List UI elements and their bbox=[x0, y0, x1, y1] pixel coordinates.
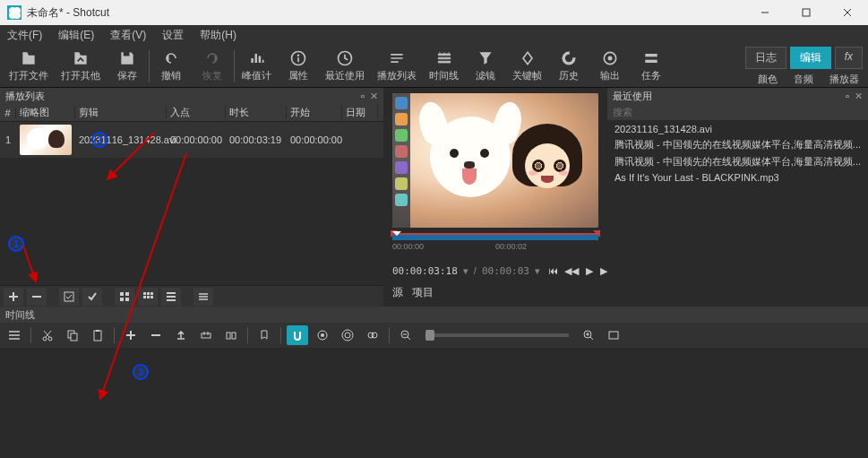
keyframes-button[interactable]: 关键帧 bbox=[509, 48, 546, 84]
timeline-button[interactable]: 时间线 bbox=[425, 48, 462, 84]
tab-log[interactable]: 日志 bbox=[745, 47, 786, 69]
open-file-button[interactable]: 打开文件 bbox=[5, 48, 52, 84]
label-player: 播放器 bbox=[829, 73, 859, 86]
playlist-view-icons-button[interactable] bbox=[138, 288, 158, 306]
main-toolbar: 打开文件 打开其他 保存 撤销 恢复 峰值计 属性 最近使用 播放列表 时间线 … bbox=[0, 45, 868, 88]
recent-panel-close-icon[interactable]: ✕ bbox=[855, 91, 863, 102]
svg-point-40 bbox=[372, 333, 377, 338]
svg-rect-14 bbox=[125, 292, 129, 296]
recent-panel-title: 最近使用 bbox=[613, 90, 652, 103]
svg-rect-34 bbox=[232, 333, 236, 339]
playlist-panel-title: 播放列表 bbox=[5, 90, 45, 103]
ripple-all-button[interactable] bbox=[362, 325, 383, 345]
zoom-in-button[interactable] bbox=[578, 325, 599, 345]
playlist-panel-undock-icon[interactable]: ▫ bbox=[361, 91, 365, 101]
svg-point-36 bbox=[321, 333, 324, 337]
svg-rect-1 bbox=[803, 9, 810, 16]
maximize-button[interactable] bbox=[786, 0, 827, 25]
zoom-fit-button[interactable] bbox=[603, 325, 624, 345]
timeline-tracks[interactable] bbox=[0, 348, 868, 458]
preview-scrubber[interactable]: 00:00:0000:00:02 bbox=[392, 231, 598, 260]
playlist-menu-button[interactable] bbox=[193, 288, 213, 306]
append-button[interactable] bbox=[120, 325, 142, 345]
zoom-slider[interactable] bbox=[425, 333, 569, 337]
playlist-remove-button[interactable] bbox=[27, 288, 47, 306]
playlist-view-tiles-button[interactable] bbox=[115, 288, 134, 306]
overwrite-button[interactable] bbox=[195, 325, 217, 345]
history-button[interactable]: 历史 bbox=[551, 48, 587, 84]
tab-fx[interactable]: fx bbox=[835, 47, 863, 69]
recent-item[interactable]: 腾讯视频 - 中国领先的在线视频媒体平台,海量高清视频... bbox=[607, 136, 868, 153]
svg-point-5 bbox=[297, 54, 300, 56]
current-time[interactable]: 00:00:03:18 bbox=[392, 265, 458, 277]
svg-rect-6 bbox=[297, 57, 299, 62]
svg-point-38 bbox=[342, 330, 353, 341]
tab-edit[interactable]: 编辑 bbox=[790, 47, 831, 69]
playlist-button[interactable]: 播放列表 bbox=[374, 48, 420, 84]
playlist-view-details-button[interactable] bbox=[161, 288, 181, 306]
redo-button[interactable]: 恢复 bbox=[194, 48, 230, 84]
recent-panel-undock-icon[interactable]: ▫ bbox=[846, 91, 849, 101]
play-button[interactable]: ▶ bbox=[581, 264, 597, 278]
playlist-check-button[interactable] bbox=[82, 288, 102, 306]
menu-file[interactable]: 文件(F) bbox=[4, 26, 46, 45]
svg-rect-17 bbox=[143, 292, 146, 295]
close-button[interactable] bbox=[827, 0, 868, 25]
playlist-panel-close-icon[interactable]: ✕ bbox=[370, 91, 378, 102]
minimize-button[interactable] bbox=[744, 0, 786, 25]
lift-button[interactable] bbox=[170, 325, 192, 345]
svg-rect-20 bbox=[143, 296, 146, 298]
playlist-update-button[interactable] bbox=[59, 288, 79, 306]
playlist-row[interactable]: 1 20231116_131428.avi 00:00:00:00 00:00:… bbox=[0, 122, 383, 158]
scrub-button[interactable] bbox=[312, 325, 333, 345]
ripple-delete-button[interactable] bbox=[145, 325, 167, 345]
copy-button[interactable] bbox=[62, 325, 83, 345]
split-button[interactable] bbox=[220, 325, 242, 345]
svg-rect-29 bbox=[71, 333, 77, 341]
menu-settings[interactable]: 设置 bbox=[159, 26, 187, 45]
playlist-add-button[interactable] bbox=[4, 288, 23, 306]
timeline-panel: 时间线 bbox=[0, 307, 868, 458]
svg-rect-33 bbox=[227, 333, 230, 339]
save-button[interactable]: 保存 bbox=[109, 48, 145, 84]
marker-button[interactable] bbox=[254, 325, 275, 345]
timeline-menu-button[interactable] bbox=[4, 325, 25, 345]
peak-meter-button[interactable]: 峰值计 bbox=[238, 48, 275, 84]
recent-item[interactable]: 腾讯视频 - 中国领先的在线视频媒体平台,海量高清视频... bbox=[607, 153, 868, 170]
preview-tab-project[interactable]: 项目 bbox=[412, 285, 434, 300]
ripple-button[interactable] bbox=[337, 325, 358, 345]
zoom-out-button[interactable] bbox=[395, 325, 417, 345]
tasks-button[interactable]: 任务 bbox=[633, 48, 669, 84]
playlist-clip-name: 20231116_131428.avi bbox=[75, 122, 167, 158]
titlebar: 未命名* - Shotcut bbox=[0, 0, 868, 25]
recent-panel: 最近使用 ▫ ✕ 20231116_131428.avi 腾讯视频 - 中国领先… bbox=[607, 88, 868, 307]
playlist-table-header: # 缩略图 剪辑 入点 时长 开始 日期 bbox=[0, 104, 383, 122]
properties-button[interactable]: 属性 bbox=[280, 48, 316, 84]
recent-item[interactable]: 20231116_131428.avi bbox=[607, 122, 868, 136]
menu-view[interactable]: 查看(V) bbox=[107, 26, 150, 45]
open-other-button[interactable]: 打开其他 bbox=[57, 48, 104, 84]
svg-point-9 bbox=[608, 56, 613, 61]
undo-button[interactable]: 撤销 bbox=[153, 48, 189, 84]
menubar: 文件(F) 编辑(E) 查看(V) 设置 帮助(H) bbox=[0, 25, 868, 45]
svg-point-26 bbox=[43, 337, 47, 341]
svg-rect-43 bbox=[609, 332, 618, 339]
label-color: 颜色 bbox=[758, 73, 778, 86]
menu-help[interactable]: 帮助(H) bbox=[196, 26, 240, 45]
recent-search-input[interactable] bbox=[607, 104, 868, 120]
svg-rect-22 bbox=[150, 296, 153, 298]
frame-back-button[interactable]: ◀◀ bbox=[563, 264, 580, 278]
paste-button[interactable] bbox=[87, 325, 108, 345]
menu-edit[interactable]: 编辑(E) bbox=[55, 26, 98, 45]
recent-item[interactable]: As If It's Your Last - BLACKPINK.mp3 bbox=[607, 170, 868, 185]
snap-button[interactable] bbox=[287, 325, 308, 345]
preview-tab-source[interactable]: 源 bbox=[392, 285, 403, 300]
filters-button[interactable]: 滤镜 bbox=[468, 48, 503, 84]
svg-rect-30 bbox=[94, 331, 101, 341]
skip-prev-button[interactable]: ⏮ bbox=[546, 264, 562, 278]
preview-video[interactable] bbox=[392, 93, 598, 228]
cut-button[interactable] bbox=[37, 325, 58, 345]
recent-button[interactable]: 最近使用 bbox=[322, 48, 368, 84]
svg-rect-13 bbox=[120, 292, 124, 296]
export-button[interactable]: 输出 bbox=[592, 48, 628, 84]
